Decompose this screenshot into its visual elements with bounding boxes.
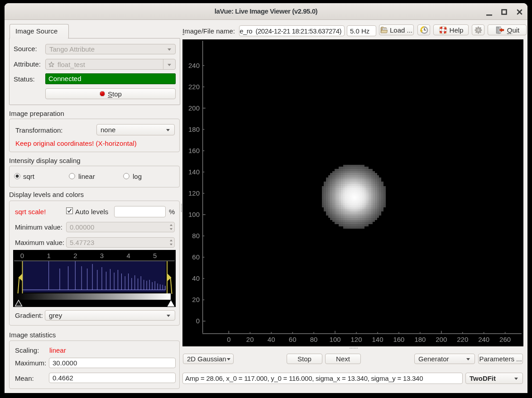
svg-text:20: 20 <box>246 336 254 343</box>
svg-text:120: 120 <box>188 189 200 197</box>
svg-text:140: 140 <box>188 168 200 176</box>
svg-text:80: 80 <box>192 232 200 240</box>
svg-text:1: 1 <box>47 252 50 259</box>
svg-text:140: 140 <box>372 336 383 343</box>
svg-text:180: 180 <box>188 125 200 133</box>
svg-text:60: 60 <box>192 253 200 261</box>
svg-text:200: 200 <box>188 104 200 112</box>
svg-text:100: 100 <box>330 336 341 343</box>
svg-text:2: 2 <box>73 252 77 259</box>
svg-text:160: 160 <box>188 147 200 154</box>
svg-text:0: 0 <box>227 336 230 343</box>
svg-text:120: 120 <box>350 336 362 343</box>
svg-text:40: 40 <box>192 274 200 282</box>
svg-text:220: 220 <box>188 83 200 91</box>
svg-text:240: 240 <box>478 336 489 343</box>
svg-text:20: 20 <box>192 296 200 303</box>
svg-text:80: 80 <box>310 336 318 343</box>
svg-text:0: 0 <box>20 252 24 259</box>
svg-text:5: 5 <box>153 252 157 259</box>
svg-text:0: 0 <box>196 317 200 325</box>
svg-text:100: 100 <box>188 211 200 218</box>
svg-text:60: 60 <box>289 336 297 343</box>
svg-text:220: 220 <box>457 336 468 343</box>
svg-text:4: 4 <box>126 252 130 259</box>
svg-text:180: 180 <box>414 336 426 343</box>
svg-text:3: 3 <box>100 252 104 259</box>
svg-text:260: 260 <box>499 336 511 343</box>
svg-text:200: 200 <box>436 336 447 343</box>
svg-text:240: 240 <box>188 62 200 69</box>
svg-text:160: 160 <box>393 336 404 343</box>
svg-text:40: 40 <box>268 336 275 343</box>
